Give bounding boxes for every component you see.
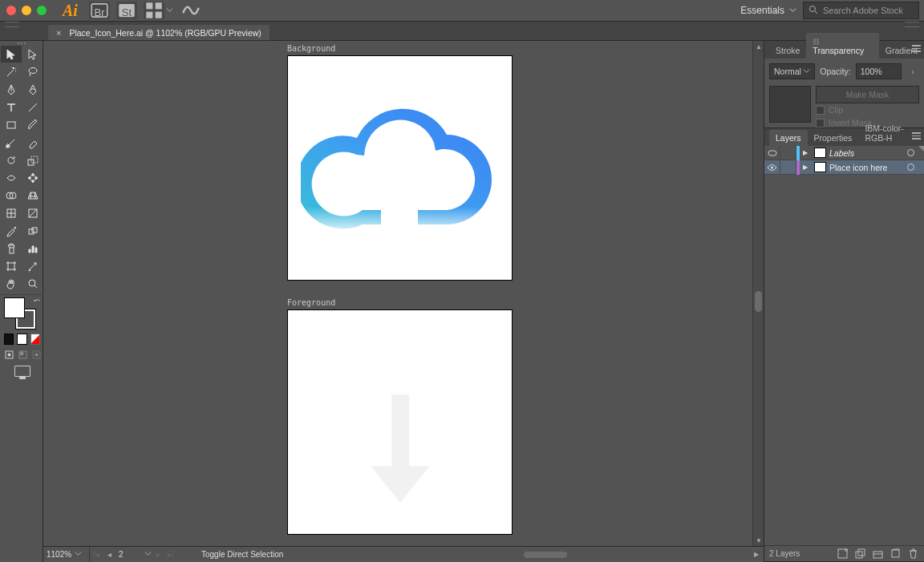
lock-toggle[interactable] [780, 160, 796, 175]
gradient-tool[interactable] [22, 204, 43, 221]
lock-toggle[interactable] [780, 146, 796, 160]
target-icon[interactable] [903, 164, 918, 171]
scale-tool[interactable] [22, 152, 43, 168]
color-mode-gradient[interactable] [17, 334, 26, 345]
canvas[interactable]: Background [43, 41, 764, 546]
new-sublayer-button[interactable] [871, 548, 884, 560]
fill-swatch[interactable] [4, 297, 25, 318]
eraser-tool[interactable] [22, 134, 43, 151]
layer-name[interactable]: Labels [829, 148, 903, 158]
shaper-tool[interactable] [1, 134, 22, 151]
rotate-tool[interactable] [1, 152, 22, 168]
symbol-sprayer-tool[interactable] [1, 240, 22, 257]
mesh-tool[interactable] [1, 204, 22, 221]
horizontal-scrollbar[interactable]: ◀ ▶ [283, 547, 764, 563]
opacity-slider-button[interactable]: › [906, 67, 919, 76]
eyedropper-tool[interactable] [1, 222, 22, 239]
perspective-grid-tool[interactable] [22, 187, 43, 204]
opacity-input[interactable]: 100% [856, 63, 902, 79]
close-tab-icon[interactable]: × [56, 28, 61, 38]
hand-tool[interactable] [1, 275, 22, 292]
prev-artboard-button[interactable]: ◂ [103, 547, 116, 563]
zoom-window-icon[interactable] [37, 6, 47, 15]
draw-behind-icon[interactable] [18, 349, 28, 360]
visibility-toggle[interactable] [764, 160, 780, 175]
twirl-icon[interactable]: ▶ [800, 164, 811, 171]
gpu-preview-button[interactable] [180, 2, 201, 19]
type-tool[interactable] [1, 99, 22, 115]
layer-row[interactable]: ▶ Labels [764, 146, 924, 160]
dock-handle-icon[interactable] [905, 22, 919, 27]
scroll-down-icon[interactable]: ▼ [753, 535, 764, 546]
last-artboard-button[interactable]: ▸I [164, 547, 177, 563]
layer-name[interactable]: Place icon here [829, 163, 903, 172]
screen-mode-button[interactable] [1, 361, 43, 377]
layer-thumbnail[interactable] [814, 148, 826, 158]
width-tool[interactable] [1, 169, 22, 186]
close-window-icon[interactable] [6, 6, 16, 15]
delete-layer-button[interactable] [906, 548, 919, 560]
scrollbar-thumb[interactable] [755, 291, 762, 312]
panel-menu-icon[interactable] [912, 45, 921, 52]
scroll-up-icon[interactable]: ▲ [753, 41, 764, 52]
zoom-select[interactable]: 1102% [43, 547, 90, 563]
tab-properties[interactable]: Properties [808, 130, 859, 146]
tab-transparency[interactable]: Transparency [806, 33, 878, 59]
twirl-icon[interactable]: ▶ [800, 149, 811, 156]
blend-tool[interactable] [22, 222, 43, 239]
pen-tool[interactable] [1, 81, 22, 98]
artboard-tool[interactable] [1, 257, 22, 274]
make-mask-button[interactable]: Make Mask [816, 86, 919, 103]
dock-handle-icon[interactable] [5, 22, 19, 27]
lasso-tool[interactable] [22, 63, 43, 80]
scrollbar-thumb[interactable] [524, 552, 567, 558]
fill-stroke-swatch[interactable]: ⤺ [1, 297, 43, 333]
shape-builder-tool[interactable] [1, 187, 22, 204]
panel-menu-icon[interactable] [912, 132, 921, 139]
clip-checkbox[interactable]: Clip [816, 103, 919, 116]
artboard-foreground[interactable] [287, 309, 513, 535]
draw-inside-icon[interactable] [31, 349, 42, 360]
swap-fill-stroke-icon[interactable]: ⤺ [34, 296, 40, 305]
layer-thumbnail[interactable] [814, 162, 826, 172]
document-tab[interactable]: × Place_Icon_Here.ai @ 1102% (RGB/GPU Pr… [48, 25, 270, 40]
rectangle-tool[interactable] [1, 116, 22, 133]
arrange-documents-button[interactable] [144, 2, 174, 19]
magic-wand-tool[interactable] [1, 63, 22, 80]
layer-row[interactable]: ▶ Place icon here [764, 160, 924, 175]
draw-normal-icon[interactable] [4, 349, 14, 360]
paintbrush-tool[interactable] [22, 116, 43, 133]
blend-mode-select[interactable]: Normal [769, 63, 815, 79]
free-transform-tool[interactable] [22, 169, 43, 186]
stock-button[interactable]: St [116, 2, 137, 19]
locate-object-button[interactable] [836, 548, 849, 560]
first-artboard-button[interactable]: I◂ [90, 547, 103, 563]
vertical-scrollbar[interactable]: ▲ ▼ [752, 41, 764, 546]
target-icon[interactable] [903, 149, 918, 156]
tab-stroke[interactable]: Stroke [769, 42, 806, 59]
stock-search-input[interactable] [823, 6, 924, 15]
new-layer-button[interactable] [889, 548, 902, 560]
selection-tool[interactable] [1, 46, 22, 63]
color-mode-none[interactable] [30, 334, 40, 345]
resize-corner-icon[interactable] [918, 146, 924, 152]
bridge-button[interactable]: Br [89, 2, 110, 19]
zoom-tool[interactable] [22, 275, 43, 292]
direct-selection-tool[interactable] [22, 46, 43, 63]
artboard-background[interactable] [287, 55, 513, 281]
color-mode-color[interactable] [4, 334, 14, 345]
make-clipping-mask-button[interactable] [853, 548, 866, 560]
scroll-right-icon[interactable]: ▶ [751, 549, 762, 560]
minimize-window-icon[interactable] [22, 6, 31, 15]
line-tool[interactable] [22, 99, 43, 115]
next-artboard-button[interactable]: ▸ [152, 547, 164, 563]
slice-tool[interactable] [22, 257, 43, 274]
curvature-tool[interactable] [22, 81, 43, 98]
workspace-switcher[interactable]: Essentials [740, 5, 796, 16]
artboard-select[interactable]: 2 [116, 547, 144, 563]
visibility-toggle[interactable] [764, 146, 780, 160]
tab-layers[interactable]: Layers [769, 130, 808, 146]
stock-search[interactable] [803, 2, 919, 19]
chevron-down-icon[interactable] [144, 550, 152, 559]
column-graph-tool[interactable] [22, 240, 43, 257]
